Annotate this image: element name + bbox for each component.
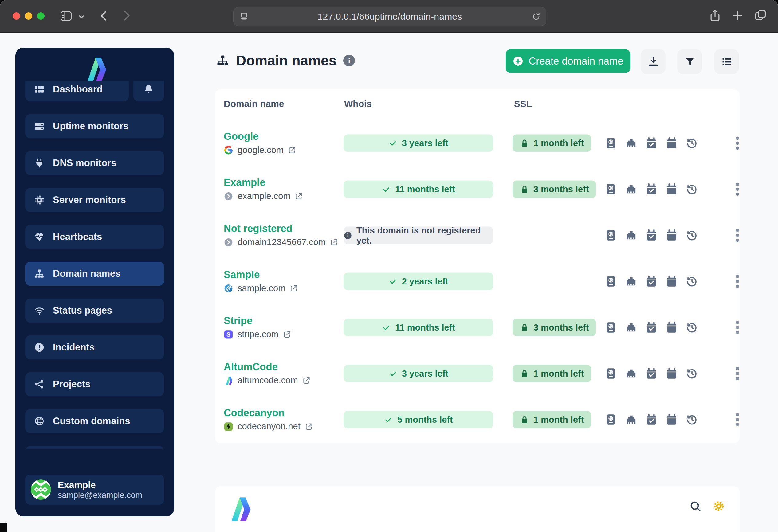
sidebar-item-domain-names[interactable]: Domain names <box>25 262 164 286</box>
sidebar-item-uptime-monitors[interactable]: Uptime monitors <box>25 114 164 138</box>
lock-icon <box>520 139 529 148</box>
calendar-check-icon[interactable] <box>645 229 658 242</box>
zoom-window-button[interactable] <box>37 12 45 20</box>
calendar-check-icon[interactable] <box>645 413 658 426</box>
domain-name-link[interactable]: Not registered <box>224 223 338 234</box>
codecanyon-favicon <box>224 422 233 432</box>
sidebar-item-incidents[interactable]: Incidents <box>25 335 164 359</box>
calendar-icon[interactable] <box>665 137 679 150</box>
sidebar-toggle-icon[interactable] <box>59 9 73 23</box>
theme-gear-icon[interactable] <box>710 499 724 513</box>
sidebar-item-dashboard[interactable]: Dashboard <box>25 81 129 101</box>
export-download-button[interactable] <box>641 49 666 74</box>
calendar-icon[interactable] <box>665 413 679 426</box>
whois-lookup-icon[interactable] <box>604 229 618 242</box>
chevron-down-icon[interactable] <box>77 13 85 21</box>
history-icon[interactable] <box>685 413 699 426</box>
sidebar-item-notification-handlers[interactable]: Notification handlers <box>25 446 164 449</box>
search-icon[interactable] <box>687 499 700 513</box>
page-settings-icon[interactable] <box>239 12 249 21</box>
check-icon <box>382 185 391 194</box>
tab-overview-icon[interactable] <box>754 9 767 22</box>
history-icon[interactable] <box>685 275 699 288</box>
external-link-icon[interactable] <box>305 423 313 431</box>
row-menu-ellipsis-icon[interactable] <box>731 137 744 150</box>
external-link-icon[interactable] <box>288 146 296 155</box>
calendar-check-icon[interactable] <box>645 321 658 334</box>
calendar-check-icon[interactable] <box>645 367 658 380</box>
sidebar-item-server-monitors[interactable]: Server monitors <box>25 188 164 212</box>
ethernet-icon[interactable] <box>624 229 638 242</box>
whois-lookup-icon[interactable] <box>604 413 618 426</box>
history-icon[interactable] <box>685 321 699 334</box>
external-link-icon[interactable] <box>295 192 303 200</box>
share-icon[interactable] <box>708 9 722 22</box>
reload-icon[interactable] <box>531 12 541 21</box>
domain-name-link[interactable]: Stripe <box>224 315 291 326</box>
sidebar-item-heartbeats[interactable]: Heartbeats <box>25 225 164 249</box>
domain-name-link[interactable]: AltumCode <box>224 361 311 372</box>
row-menu-ellipsis-icon[interactable] <box>731 229 744 242</box>
whois-lookup-icon[interactable] <box>604 367 618 380</box>
row-actions <box>604 413 699 426</box>
sidebar-item-dns-monitors[interactable]: DNS monitors <box>25 151 164 175</box>
history-icon[interactable] <box>685 367 699 380</box>
domain-name-link[interactable]: Codecanyon <box>224 407 313 418</box>
user-profile[interactable]: Example sample@example.com <box>25 474 164 505</box>
incident-icon <box>34 342 45 353</box>
external-link-icon[interactable] <box>283 331 291 339</box>
whois-lookup-icon[interactable] <box>604 182 618 196</box>
external-link-icon[interactable] <box>290 284 298 293</box>
row-menu-ellipsis-icon[interactable] <box>731 413 744 426</box>
whois-lookup-icon[interactable] <box>604 321 618 334</box>
ethernet-icon[interactable] <box>624 275 638 288</box>
page-title: Domain names <box>236 52 336 69</box>
external-link-icon[interactable] <box>302 376 311 385</box>
domain-name-link[interactable]: Sample <box>224 269 298 280</box>
row-menu-ellipsis-icon[interactable] <box>731 321 744 334</box>
external-link-icon[interactable] <box>330 238 338 247</box>
back-icon[interactable] <box>97 9 111 23</box>
sidebar-item-status-pages[interactable]: Status pages <box>25 298 164 323</box>
calendar-icon[interactable] <box>665 367 679 380</box>
list-view-button[interactable] <box>714 49 739 74</box>
domain-name-link[interactable]: Example <box>224 177 303 188</box>
ethernet-icon[interactable] <box>624 137 638 150</box>
column-header-domain-name: Domain name <box>224 99 284 109</box>
calendar-check-icon[interactable] <box>645 182 658 196</box>
close-window-button[interactable] <box>13 12 20 20</box>
sidebar-item-projects[interactable]: Projects <box>25 372 164 396</box>
screen-corner-chip <box>0 523 7 532</box>
create-domain-name-button[interactable]: Create domain name <box>506 49 630 73</box>
history-icon[interactable] <box>685 182 699 196</box>
sidebar-item-label: Server monitors <box>53 194 126 205</box>
notifications-bell-button[interactable] <box>133 81 164 101</box>
domain-name-link[interactable]: Google <box>224 131 296 142</box>
calendar-check-icon[interactable] <box>645 137 658 150</box>
ethernet-icon[interactable] <box>624 182 638 196</box>
row-menu-ellipsis-icon[interactable] <box>731 275 744 288</box>
sidebar-item-custom-domains[interactable]: Custom domains <box>25 409 164 433</box>
calendar-icon[interactable] <box>665 321 679 334</box>
ssl-cell: 1 month left <box>513 135 591 152</box>
calendar-icon[interactable] <box>665 182 679 196</box>
history-icon[interactable] <box>685 137 699 150</box>
row-menu-ellipsis-icon[interactable] <box>731 367 744 380</box>
ethernet-icon[interactable] <box>624 413 638 426</box>
info-icon[interactable]: i <box>343 55 355 66</box>
whois-lookup-icon[interactable] <box>604 275 618 288</box>
forward-icon[interactable] <box>119 9 133 23</box>
ssl-badge: 1 month left <box>513 411 591 429</box>
calendar-icon[interactable] <box>665 229 679 242</box>
whois-lookup-icon[interactable] <box>604 137 618 150</box>
calendar-check-icon[interactable] <box>645 275 658 288</box>
filter-button[interactable] <box>677 49 702 74</box>
history-icon[interactable] <box>685 229 699 242</box>
ethernet-icon[interactable] <box>624 321 638 334</box>
calendar-icon[interactable] <box>665 275 679 288</box>
address-bar[interactable]: 127.0.0.1/66uptime/domain-names <box>233 7 546 26</box>
minimize-window-button[interactable] <box>25 12 32 20</box>
new-tab-icon[interactable] <box>731 9 745 22</box>
ethernet-icon[interactable] <box>624 367 638 380</box>
row-menu-ellipsis-icon[interactable] <box>731 182 744 196</box>
